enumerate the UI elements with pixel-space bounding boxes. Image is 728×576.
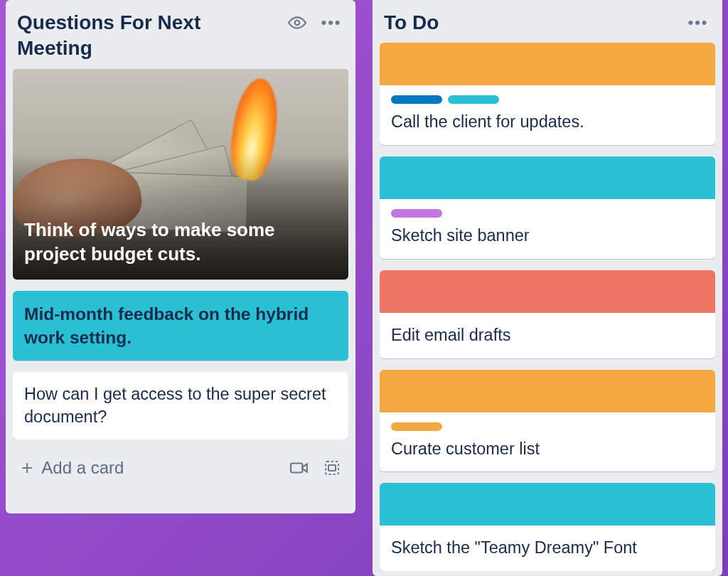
card-title: Think of ways to make some project budge… <box>13 206 348 279</box>
card-curate-customers[interactable]: Curate customer list <box>380 370 715 472</box>
card-cover-strip <box>380 43 715 85</box>
card-secret-document[interactable]: How can I get access to the super secret… <box>13 372 348 439</box>
list-header: To Do ••• <box>373 0 722 43</box>
card-title: Curate customer list <box>391 438 704 461</box>
svg-rect-1 <box>291 464 302 473</box>
list-title[interactable]: To Do <box>384 10 677 36</box>
label-blue[interactable] <box>391 95 442 104</box>
label-orange[interactable] <box>391 422 442 431</box>
card-title: Mid-month feedback on the hybrid work se… <box>24 302 337 349</box>
plus-icon: + <box>21 458 33 478</box>
more-icon[interactable]: ••• <box>685 10 711 36</box>
card-call-client[interactable]: Call the client for updates. <box>380 43 715 145</box>
svg-point-0 <box>295 21 300 26</box>
card-title: Sketch the "Teamy Dreamy" Font <box>391 537 704 560</box>
label-purple[interactable] <box>391 209 442 218</box>
card-labels <box>380 412 715 431</box>
card-cover-strip <box>380 156 715 199</box>
card-labels <box>380 199 715 218</box>
card-title: How can I get access to the super secret… <box>24 383 337 428</box>
svg-rect-3 <box>328 465 336 471</box>
list-todo: To Do ••• Call the client for updates. S… <box>373 0 722 576</box>
list-questions: Questions For Next Meeting ••• Think of … <box>6 0 355 513</box>
add-card-label: Add a card <box>41 458 124 478</box>
label-teal[interactable] <box>448 95 499 104</box>
card-labels <box>380 85 715 104</box>
add-card-button[interactable]: + Add a card <box>17 452 279 484</box>
video-icon[interactable] <box>287 456 311 480</box>
cards-container: Call the client for updates. Sketch site… <box>373 43 722 571</box>
svg-rect-2 <box>326 462 338 474</box>
card-title: Edit email drafts <box>391 324 704 347</box>
card-teamy-font[interactable]: Sketch the "Teamy Dreamy" Font <box>380 483 715 571</box>
list-header: Questions For Next Meeting ••• <box>6 0 355 69</box>
card-budget-cuts[interactable]: Think of ways to make some project budge… <box>13 69 348 279</box>
card-hybrid-feedback[interactable]: Mid-month feedback on the hybrid work se… <box>13 291 348 361</box>
card-sketch-banner[interactable]: Sketch site banner <box>380 156 715 259</box>
card-cover-strip <box>380 370 715 412</box>
card-edit-emails[interactable]: Edit email drafts <box>380 270 715 358</box>
more-icon[interactable]: ••• <box>318 10 344 36</box>
list-title[interactable]: Questions For Next Meeting <box>17 10 276 62</box>
card-cover-strip <box>380 270 715 313</box>
card-title: Call the client for updates. <box>391 111 704 134</box>
cards-container: Think of ways to make some project budge… <box>6 69 355 440</box>
card-title: Sketch site banner <box>391 225 704 247</box>
list-footer: + Add a card <box>6 444 355 494</box>
card-cover-strip <box>380 483 715 526</box>
template-icon[interactable] <box>320 456 344 480</box>
eye-icon[interactable] <box>284 10 310 36</box>
card-cover-image: Think of ways to make some project budge… <box>13 69 348 279</box>
